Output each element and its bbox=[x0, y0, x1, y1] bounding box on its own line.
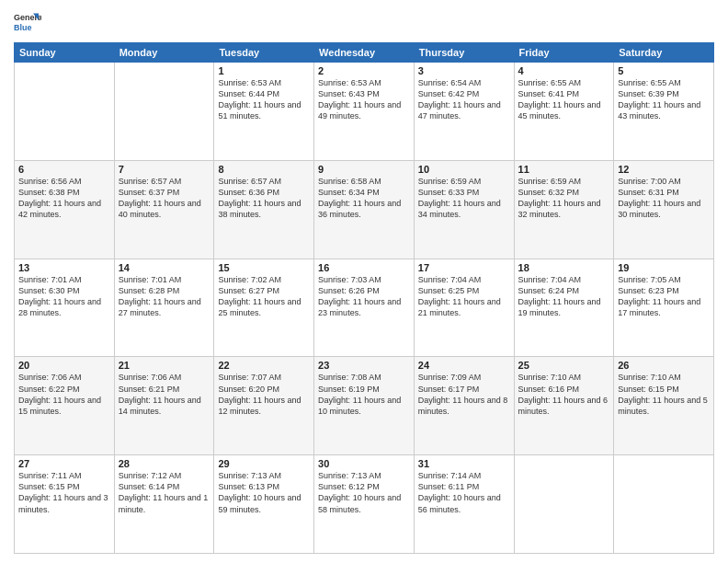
day-info: Sunrise: 6:53 AM Sunset: 6:44 PM Dayligh… bbox=[218, 77, 310, 122]
day-number: 30 bbox=[318, 458, 410, 469]
day-info: Sunrise: 7:14 AM Sunset: 6:11 PM Dayligh… bbox=[418, 470, 510, 515]
calendar-cell: 27Sunrise: 7:11 AM Sunset: 6:15 PM Dayli… bbox=[15, 455, 115, 554]
day-number: 12 bbox=[618, 164, 710, 175]
weekday-header-row: SundayMondayTuesdayWednesdayThursdayFrid… bbox=[15, 43, 714, 63]
weekday-header-tuesday: Tuesday bbox=[214, 43, 314, 63]
calendar-cell: 2Sunrise: 6:53 AM Sunset: 6:43 PM Daylig… bbox=[314, 63, 415, 161]
calendar-cell bbox=[614, 455, 714, 554]
calendar: SundayMondayTuesdayWednesdayThursdayFrid… bbox=[14, 42, 714, 554]
day-number: 20 bbox=[18, 360, 110, 371]
day-number: 17 bbox=[418, 262, 510, 273]
day-number: 22 bbox=[218, 360, 310, 371]
day-number: 25 bbox=[518, 360, 610, 371]
day-info: Sunrise: 6:59 AM Sunset: 6:32 PM Dayligh… bbox=[518, 176, 610, 221]
weekday-header-wednesday: Wednesday bbox=[314, 43, 415, 63]
calendar-cell: 14Sunrise: 7:01 AM Sunset: 6:28 PM Dayli… bbox=[114, 259, 214, 357]
day-info: Sunrise: 7:07 AM Sunset: 6:20 PM Dayligh… bbox=[218, 372, 310, 417]
svg-text:Blue: Blue bbox=[14, 23, 32, 32]
weekday-header-monday: Monday bbox=[114, 43, 214, 63]
day-info: Sunrise: 7:11 AM Sunset: 6:15 PM Dayligh… bbox=[18, 470, 110, 515]
calendar-cell: 23Sunrise: 7:08 AM Sunset: 6:19 PM Dayli… bbox=[314, 357, 415, 455]
calendar-cell bbox=[15, 63, 115, 161]
day-number: 16 bbox=[318, 262, 410, 273]
day-info: Sunrise: 7:01 AM Sunset: 6:28 PM Dayligh… bbox=[119, 274, 210, 319]
day-info: Sunrise: 7:13 AM Sunset: 6:12 PM Dayligh… bbox=[318, 470, 410, 515]
day-number: 1 bbox=[218, 65, 310, 76]
weekday-header-saturday: Saturday bbox=[614, 43, 714, 63]
day-number: 6 bbox=[18, 164, 110, 175]
day-number: 14 bbox=[119, 262, 210, 273]
day-info: Sunrise: 7:10 AM Sunset: 6:16 PM Dayligh… bbox=[518, 372, 610, 417]
week-row-0: 1Sunrise: 6:53 AM Sunset: 6:44 PM Daylig… bbox=[15, 63, 714, 161]
day-info: Sunrise: 6:59 AM Sunset: 6:33 PM Dayligh… bbox=[418, 176, 510, 221]
day-info: Sunrise: 6:53 AM Sunset: 6:43 PM Dayligh… bbox=[318, 77, 410, 122]
day-number: 7 bbox=[119, 164, 210, 175]
calendar-cell bbox=[114, 63, 214, 161]
day-info: Sunrise: 7:12 AM Sunset: 6:14 PM Dayligh… bbox=[119, 470, 210, 515]
day-info: Sunrise: 7:06 AM Sunset: 6:22 PM Dayligh… bbox=[18, 372, 110, 417]
calendar-cell bbox=[514, 455, 614, 554]
day-info: Sunrise: 6:54 AM Sunset: 6:42 PM Dayligh… bbox=[418, 77, 510, 122]
day-number: 2 bbox=[318, 65, 410, 76]
day-info: Sunrise: 7:06 AM Sunset: 6:21 PM Dayligh… bbox=[119, 372, 210, 417]
day-info: Sunrise: 7:09 AM Sunset: 6:17 PM Dayligh… bbox=[418, 372, 510, 417]
day-info: Sunrise: 6:56 AM Sunset: 6:38 PM Dayligh… bbox=[18, 176, 110, 221]
calendar-cell: 18Sunrise: 7:04 AM Sunset: 6:24 PM Dayli… bbox=[514, 259, 614, 357]
calendar-cell: 22Sunrise: 7:07 AM Sunset: 6:20 PM Dayli… bbox=[214, 357, 314, 455]
calendar-cell: 1Sunrise: 6:53 AM Sunset: 6:44 PM Daylig… bbox=[214, 63, 314, 161]
calendar-cell: 20Sunrise: 7:06 AM Sunset: 6:22 PM Dayli… bbox=[15, 357, 115, 455]
weekday-header-friday: Friday bbox=[514, 43, 614, 63]
day-number: 31 bbox=[418, 458, 510, 469]
day-number: 4 bbox=[518, 65, 610, 76]
day-number: 8 bbox=[218, 164, 310, 175]
calendar-cell: 29Sunrise: 7:13 AM Sunset: 6:13 PM Dayli… bbox=[214, 455, 314, 554]
logo: GeneralBlue bbox=[14, 9, 41, 37]
day-info: Sunrise: 7:10 AM Sunset: 6:15 PM Dayligh… bbox=[618, 372, 710, 417]
day-number: 13 bbox=[18, 262, 110, 273]
calendar-cell: 6Sunrise: 6:56 AM Sunset: 6:38 PM Daylig… bbox=[15, 160, 115, 259]
day-info: Sunrise: 7:05 AM Sunset: 6:23 PM Dayligh… bbox=[618, 274, 710, 319]
day-info: Sunrise: 6:58 AM Sunset: 6:34 PM Dayligh… bbox=[318, 176, 410, 221]
calendar-cell: 11Sunrise: 6:59 AM Sunset: 6:32 PM Dayli… bbox=[514, 160, 614, 259]
day-number: 23 bbox=[318, 360, 410, 371]
calendar-cell: 19Sunrise: 7:05 AM Sunset: 6:23 PM Dayli… bbox=[614, 259, 714, 357]
day-info: Sunrise: 7:02 AM Sunset: 6:27 PM Dayligh… bbox=[218, 274, 310, 319]
day-number: 5 bbox=[618, 65, 710, 76]
day-info: Sunrise: 7:04 AM Sunset: 6:24 PM Dayligh… bbox=[518, 274, 610, 319]
day-number: 9 bbox=[318, 164, 410, 175]
calendar-cell: 26Sunrise: 7:10 AM Sunset: 6:15 PM Dayli… bbox=[614, 357, 714, 455]
day-number: 10 bbox=[418, 164, 510, 175]
day-number: 24 bbox=[418, 360, 510, 371]
week-row-4: 27Sunrise: 7:11 AM Sunset: 6:15 PM Dayli… bbox=[15, 455, 714, 554]
weekday-header-thursday: Thursday bbox=[414, 43, 514, 63]
calendar-cell: 9Sunrise: 6:58 AM Sunset: 6:34 PM Daylig… bbox=[314, 160, 415, 259]
calendar-cell: 12Sunrise: 7:00 AM Sunset: 6:31 PM Dayli… bbox=[614, 160, 714, 259]
day-number: 11 bbox=[518, 164, 610, 175]
calendar-cell: 3Sunrise: 6:54 AM Sunset: 6:42 PM Daylig… bbox=[414, 63, 514, 161]
day-number: 26 bbox=[618, 360, 710, 371]
day-number: 18 bbox=[518, 262, 610, 273]
day-number: 21 bbox=[119, 360, 210, 371]
header: GeneralBlue bbox=[14, 9, 714, 37]
calendar-cell: 10Sunrise: 6:59 AM Sunset: 6:33 PM Dayli… bbox=[414, 160, 514, 259]
day-info: Sunrise: 6:57 AM Sunset: 6:37 PM Dayligh… bbox=[119, 176, 210, 221]
calendar-cell: 28Sunrise: 7:12 AM Sunset: 6:14 PM Dayli… bbox=[114, 455, 214, 554]
calendar-cell: 30Sunrise: 7:13 AM Sunset: 6:12 PM Dayli… bbox=[314, 455, 415, 554]
day-number: 19 bbox=[618, 262, 710, 273]
day-info: Sunrise: 7:04 AM Sunset: 6:25 PM Dayligh… bbox=[418, 274, 510, 319]
day-info: Sunrise: 7:08 AM Sunset: 6:19 PM Dayligh… bbox=[318, 372, 410, 417]
day-info: Sunrise: 6:57 AM Sunset: 6:36 PM Dayligh… bbox=[218, 176, 310, 221]
day-info: Sunrise: 6:55 AM Sunset: 6:39 PM Dayligh… bbox=[618, 77, 710, 122]
calendar-cell: 25Sunrise: 7:10 AM Sunset: 6:16 PM Dayli… bbox=[514, 357, 614, 455]
day-number: 28 bbox=[119, 458, 210, 469]
day-info: Sunrise: 7:01 AM Sunset: 6:30 PM Dayligh… bbox=[18, 274, 110, 319]
week-row-1: 6Sunrise: 6:56 AM Sunset: 6:38 PM Daylig… bbox=[15, 160, 714, 259]
day-number: 15 bbox=[218, 262, 310, 273]
calendar-cell: 24Sunrise: 7:09 AM Sunset: 6:17 PM Dayli… bbox=[414, 357, 514, 455]
day-number: 3 bbox=[418, 65, 510, 76]
day-number: 27 bbox=[18, 458, 110, 469]
day-info: Sunrise: 7:00 AM Sunset: 6:31 PM Dayligh… bbox=[618, 176, 710, 221]
calendar-cell: 21Sunrise: 7:06 AM Sunset: 6:21 PM Dayli… bbox=[114, 357, 214, 455]
day-info: Sunrise: 7:03 AM Sunset: 6:26 PM Dayligh… bbox=[318, 274, 410, 319]
calendar-cell: 31Sunrise: 7:14 AM Sunset: 6:11 PM Dayli… bbox=[414, 455, 514, 554]
